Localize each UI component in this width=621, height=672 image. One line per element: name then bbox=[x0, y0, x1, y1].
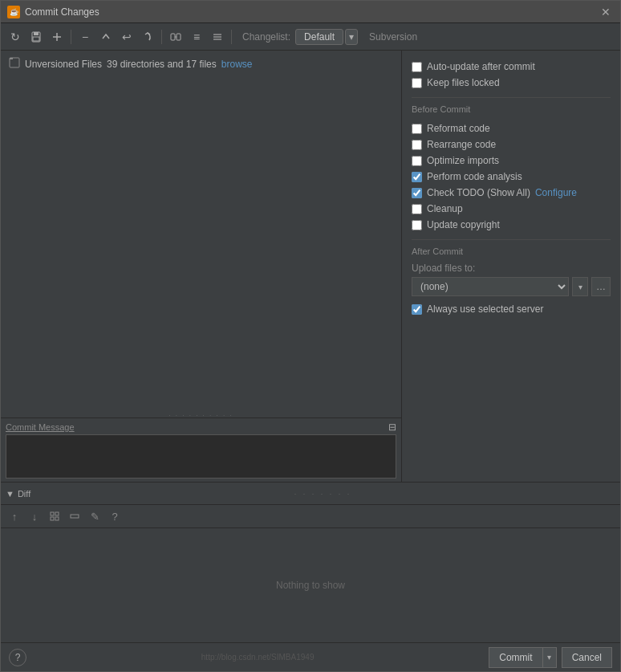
rearrange-code-row: Rearrange code bbox=[412, 136, 611, 153]
reformat-code-label[interactable]: Reformat code bbox=[427, 123, 490, 134]
diff-toggle[interactable]: ▼ Diff bbox=[6, 489, 30, 499]
keep-files-locked-label[interactable]: Keep files locked bbox=[427, 77, 500, 88]
toolbar: ↻ − ↩ ≡ Changelist: Default ▾ Subversion bbox=[1, 23, 620, 51]
window-title: Commit Changes bbox=[25, 6, 598, 18]
update-copyright-label[interactable]: Update copyright bbox=[427, 219, 500, 230]
diff-edit-button[interactable]: ✎ bbox=[86, 507, 104, 525]
cleanup-row: Cleanup bbox=[412, 201, 611, 217]
perform-code-analysis-label[interactable]: Perform code analysis bbox=[427, 171, 522, 182]
svg-rect-14 bbox=[55, 512, 59, 515]
auto-update-label[interactable]: Auto-update after commit bbox=[427, 61, 535, 72]
changelist-dropdown-button[interactable]: ▾ bbox=[345, 29, 358, 45]
separator-3 bbox=[231, 30, 232, 44]
move-up-button[interactable] bbox=[96, 27, 116, 47]
configure-link[interactable]: Configure bbox=[535, 187, 577, 198]
upload-ellipsis-button[interactable]: … bbox=[591, 277, 611, 296]
settings-button[interactable]: ≡ bbox=[187, 27, 206, 47]
nothing-to-show-text: Nothing to show bbox=[276, 580, 345, 591]
diff-content: Nothing to show bbox=[1, 528, 620, 642]
after-commit-section: Upload files to: (none) ▾ … Always use s… bbox=[412, 263, 611, 317]
perform-code-analysis-row: Perform code analysis bbox=[412, 169, 611, 185]
browse-link[interactable]: browse bbox=[221, 59, 253, 70]
diff-help-button[interactable]: ? bbox=[106, 507, 124, 525]
reformat-code-row: Reformat code bbox=[412, 120, 611, 136]
title-bar: ☕ Commit Changes ✕ bbox=[1, 1, 620, 23]
optimize-imports-row: Optimize imports bbox=[412, 153, 611, 169]
diff-button[interactable] bbox=[166, 27, 185, 47]
redo-button[interactable] bbox=[138, 27, 157, 47]
diff-next-button[interactable]: ↓ bbox=[26, 507, 43, 525]
cleanup-checkbox[interactable] bbox=[412, 204, 422, 214]
diff-collapse-icon: ▼ bbox=[6, 489, 14, 499]
left-panel: Unversioned Files 39 directories and 17 … bbox=[1, 51, 402, 482]
cancel-button[interactable]: Cancel bbox=[562, 647, 612, 668]
watermark-text: http://blog.csdn.net/SIMBA1949 bbox=[201, 653, 315, 662]
after-commit-title: After Commit bbox=[412, 246, 611, 256]
unversioned-files-label: Unversioned Files bbox=[25, 59, 102, 70]
changelist-label: Changelist: bbox=[242, 31, 290, 43]
upload-files-label: Upload files to: bbox=[412, 263, 611, 274]
commit-msg-icon[interactable]: ⊟ bbox=[388, 422, 396, 433]
diff-label: Diff bbox=[18, 489, 30, 499]
always-use-server-row: Always use selected server bbox=[412, 301, 611, 317]
add-button[interactable] bbox=[47, 27, 67, 47]
commit-message-section: Commit Message ⊟ bbox=[1, 417, 401, 482]
before-commit-title: Before Commit bbox=[412, 104, 611, 114]
reformat-code-checkbox[interactable] bbox=[412, 124, 422, 134]
check-todo-row: Check TODO (Show All) Configure bbox=[412, 185, 611, 201]
file-count: 39 directories and 17 files bbox=[107, 59, 217, 70]
update-copyright-checkbox[interactable] bbox=[412, 220, 422, 230]
commit-split-button: Commit ▾ bbox=[489, 647, 556, 668]
rearrange-code-checkbox[interactable] bbox=[412, 140, 422, 150]
commit-message-input[interactable] bbox=[6, 434, 396, 479]
perform-code-analysis-checkbox[interactable] bbox=[412, 172, 422, 182]
svg-rect-17 bbox=[71, 515, 79, 518]
svg-rect-6 bbox=[177, 34, 181, 40]
svg-rect-5 bbox=[171, 34, 175, 40]
always-use-server-checkbox[interactable] bbox=[412, 304, 422, 315]
app-icon: ☕ bbox=[7, 6, 20, 18]
diff-section: ▼ Diff · · · · · · · ↑ ↓ ✎ ? Nothing to … bbox=[1, 482, 620, 642]
auto-update-row: Auto-update after commit bbox=[412, 59, 611, 75]
upload-dropdown-button[interactable]: ▾ bbox=[572, 277, 588, 296]
commit-message-label: Commit Message bbox=[6, 422, 75, 432]
commit-main-button[interactable]: Commit bbox=[489, 647, 542, 668]
help-button[interactable]: ? bbox=[9, 649, 26, 666]
always-use-server-label[interactable]: Always use selected server bbox=[427, 303, 543, 315]
more-button[interactable] bbox=[208, 27, 227, 47]
commit-msg-header: Commit Message ⊟ bbox=[6, 422, 396, 433]
keep-files-locked-checkbox[interactable] bbox=[412, 78, 422, 88]
diff-resize-dots: · · · · · · · bbox=[294, 490, 352, 498]
refresh-button[interactable]: ↻ bbox=[6, 27, 25, 47]
svg-rect-15 bbox=[51, 517, 54, 520]
remove-button[interactable]: − bbox=[75, 27, 95, 47]
default-changelist-button[interactable]: Default bbox=[295, 29, 343, 45]
bottom-right: Commit ▾ Cancel bbox=[489, 647, 612, 668]
commit-dropdown-button[interactable]: ▾ bbox=[542, 647, 557, 668]
diff-header: ▼ Diff · · · · · · · bbox=[1, 483, 620, 505]
upload-row: (none) ▾ … bbox=[412, 277, 611, 296]
file-tree: Unversioned Files 39 directories and 17 … bbox=[1, 51, 401, 413]
save-button[interactable] bbox=[26, 27, 46, 47]
auto-update-checkbox[interactable] bbox=[412, 62, 422, 72]
cleanup-label[interactable]: Cleanup bbox=[427, 203, 463, 214]
optimize-imports-label[interactable]: Optimize imports bbox=[427, 155, 499, 166]
subversion-label: Subversion bbox=[369, 31, 417, 43]
optimize-imports-checkbox[interactable] bbox=[412, 156, 422, 166]
separator-2 bbox=[161, 30, 162, 44]
check-todo-label[interactable]: Check TODO (Show All) bbox=[427, 187, 530, 198]
check-todo-checkbox[interactable] bbox=[412, 188, 422, 198]
undo-button[interactable]: ↩ bbox=[117, 27, 136, 47]
rearrange-code-label[interactable]: Rearrange code bbox=[427, 139, 496, 150]
diff-prev-button[interactable]: ↑ bbox=[6, 507, 23, 525]
upload-select[interactable]: (none) bbox=[412, 277, 569, 296]
diff-expand-button[interactable] bbox=[46, 507, 63, 525]
close-button[interactable]: ✕ bbox=[598, 4, 614, 20]
main-area: Unversioned Files 39 directories and 17 … bbox=[1, 51, 620, 482]
svg-rect-12 bbox=[10, 58, 13, 59]
unversioned-files-item[interactable]: Unversioned Files 39 directories and 17 … bbox=[6, 55, 396, 72]
commit-changes-window: ☕ Commit Changes ✕ ↻ − ↩ ≡ Changelist: bbox=[0, 0, 621, 672]
diff-collapse-button[interactable] bbox=[66, 507, 83, 525]
diff-toolbar: ↑ ↓ ✎ ? bbox=[1, 505, 620, 528]
separator-1 bbox=[71, 30, 71, 44]
